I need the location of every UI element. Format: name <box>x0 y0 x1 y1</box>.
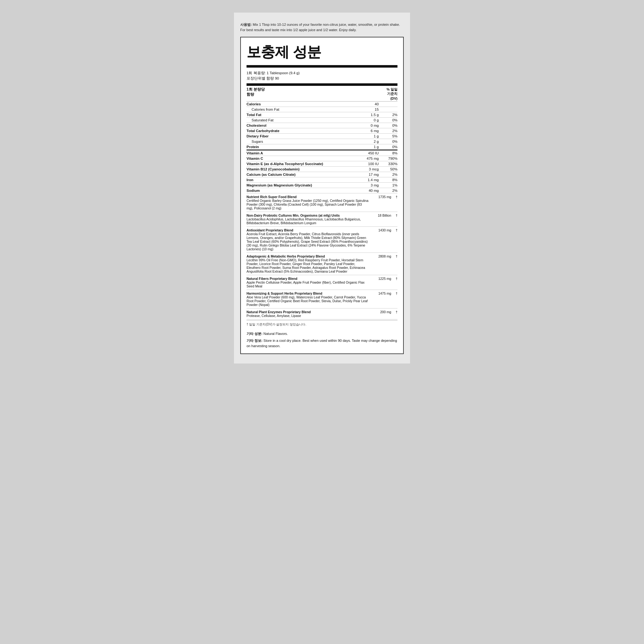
other-ingredients-label: 기타 성분: <box>247 332 263 336</box>
table-row: Saturated Fat0 g0% <box>247 117 397 123</box>
nutrient-name: Calories <box>247 102 361 107</box>
nutrient-table: Calories40Calories from Fat15Total Fat1.… <box>247 102 397 193</box>
supplement-facts-box: 보충제 성분 1회 복용량: 1 Tablespoon (9.4 g) 포장단위… <box>240 37 404 354</box>
other-ingredients-text: Natural Flavors. <box>264 332 288 336</box>
nutrient-name: Vitamin E (as d-Alpha Tocopheryl Succina… <box>247 161 361 166</box>
nutrient-dv: 2% <box>379 172 397 177</box>
blend-dv: † <box>391 275 397 290</box>
nutrient-amount: 2 g <box>361 139 379 144</box>
outer-container: 사용법: Mix 1 Tbsp into 10-12 ounces of you… <box>234 13 410 364</box>
blend-row: Natural Fibers Proprietary BlendApple Pe… <box>247 275 397 290</box>
nutrient-amount: 40 <box>361 102 379 107</box>
table-row: Sugars2 g0% <box>247 139 397 144</box>
nutrient-amount: 15 <box>361 107 379 112</box>
blend-description: Harmonizing & Support Herbs Proprietary … <box>247 290 369 308</box>
nutrient-dv: 8% <box>379 150 397 156</box>
nutrient-name: Dietary Fiber <box>247 133 361 139</box>
storage-label: 기타 정보: <box>247 339 263 342</box>
blend-amount: 1430 mg <box>369 226 391 253</box>
table-row: Dietary Fiber1 g5% <box>247 133 397 139</box>
usage-text: 사용법: Mix 1 Tbsp into 10-12 ounces of you… <box>240 22 404 32</box>
nutrient-name: Saturated Fat <box>247 117 361 123</box>
blend-description: Antioxidant Proprietary BlendAcerola Fru… <box>247 226 369 253</box>
blend-row: Non-Dairy Probiotic Cultures Min. Organi… <box>247 212 397 226</box>
blend-row: Natural Plant Enzymes Proprietary BlendP… <box>247 308 397 319</box>
header-left: 1회 분량당 함량 <box>247 87 265 101</box>
servings-per-container: 포장단위별 함량 90 <box>247 76 397 81</box>
nutrient-dv: 50% <box>379 166 397 172</box>
table-row: Calories40 <box>247 102 397 107</box>
serving-size: 1회 복용량: 1 Tablespoon (9.4 g) <box>247 71 397 75</box>
blend-row: Nutrient Rich Super Food BlendCertified … <box>247 193 397 212</box>
blend-amount: 1475 mg <box>369 290 391 308</box>
blend-description: Nutrient Rich Super Food BlendCertified … <box>247 193 369 212</box>
nutrient-name: Vitamin A <box>247 150 361 156</box>
nutrient-amount: 17 mg <box>361 172 379 177</box>
table-row: Magnesium (as Magnesium Glycinate)3 mg1% <box>247 182 397 188</box>
nutrient-dv: 0% <box>379 144 397 150</box>
nutrient-dv: 2% <box>379 112 397 117</box>
blend-row: Harmonizing & Support Herbs Proprietary … <box>247 290 397 308</box>
nutrient-amount: 1.5 g <box>361 112 379 117</box>
table-row: Sodium40 mg2% <box>247 188 397 193</box>
nutrient-dv: 790% <box>379 156 397 161</box>
nutrient-name: Sodium <box>247 188 361 193</box>
nutrient-amount: 475 mg <box>361 156 379 161</box>
nutrient-amount: 40 mg <box>361 188 379 193</box>
blend-dv: † <box>391 193 397 212</box>
nutrient-amount: 1 g <box>361 133 379 139</box>
blend-description: Natural Fibers Proprietary BlendApple Pe… <box>247 275 369 290</box>
nutrient-dv: 2% <box>379 188 397 193</box>
blend-amount: 2808 mg <box>369 253 391 275</box>
blend-amount: 1225 mg <box>369 275 391 290</box>
usage-content: Mix 1 Tbsp into 10-12 ounces of your fav… <box>240 23 400 32</box>
main-title: 보충제 성분 <box>247 42 397 68</box>
nutrient-amount: 6 mg <box>361 128 379 133</box>
nutrient-dv: 5% <box>379 133 397 139</box>
nutrient-dv: 0% <box>379 117 397 123</box>
storage-info: 기타 정보: Store in a cool dry place. Best w… <box>247 338 397 348</box>
nutrient-dv <box>379 102 397 107</box>
nutrient-name: Protein <box>247 144 361 150</box>
blend-dv: † <box>391 290 397 308</box>
nutrient-name: Total Carbohydrate <box>247 128 361 133</box>
nutrient-amount: 100 IU <box>361 161 379 166</box>
nutrient-dv: 0% <box>379 123 397 128</box>
blend-description: Natural Plant Enzymes Proprietary BlendP… <box>247 308 369 319</box>
table-row: Vitamin E (as d-Alpha Tocopheryl Succina… <box>247 161 397 166</box>
nutrient-amount: 1 g <box>361 144 379 150</box>
table-row: Cholesterol0 mg0% <box>247 123 397 128</box>
footnote: † 일일 기준치(DV)가 설정되지 않았습니다. <box>247 320 397 328</box>
header-right: % 일일 기준치 (DV) <box>386 87 397 101</box>
table-row: Vitamin C475 mg790% <box>247 156 397 161</box>
blend-dv: † <box>391 212 397 226</box>
nutrient-name: Magnesium (as Magnesium Glycinate) <box>247 182 361 188</box>
table-row: Total Fat1.5 g2% <box>247 112 397 117</box>
blend-row: Antioxidant Proprietary BlendAcerola Fru… <box>247 226 397 253</box>
storage-text: Store in a cool dry place. Best when use… <box>247 339 397 348</box>
nutrient-dv: 330% <box>379 161 397 166</box>
table-row: Calcium (as Calcium Citrate)17 mg2% <box>247 172 397 177</box>
nutrient-name: Vitamin B12 (Cyanocobalamin) <box>247 166 361 172</box>
nutrient-amount: 3 mg <box>361 182 379 188</box>
blend-description: Adaptogenic & Metabolic Herbs Proprietar… <box>247 253 369 275</box>
nutrient-name: Total Fat <box>247 112 361 117</box>
blend-dv: † <box>391 308 397 319</box>
table-row: Protein1 g0% <box>247 144 397 150</box>
nutrient-amount: 1.4 mg <box>361 177 379 182</box>
nutrient-dv: 8% <box>379 177 397 182</box>
table-row: Total Carbohydrate6 mg2% <box>247 128 397 133</box>
nutrient-dv: 2% <box>379 128 397 133</box>
blend-amount: 18 Billion <box>369 212 391 226</box>
nutrient-name: Sugars <box>247 139 361 144</box>
blend-table: Nutrient Rich Super Food BlendCertified … <box>247 193 397 319</box>
nutrient-name: Cholesterol <box>247 123 361 128</box>
nutrient-name: Calcium (as Calcium Citrate) <box>247 172 361 177</box>
nutrient-amount: 0 g <box>361 117 379 123</box>
nutrient-dv <box>379 107 397 112</box>
blend-amount: 200 mg <box>369 308 391 319</box>
blend-dv: † <box>391 226 397 253</box>
nutrient-name: Vitamin C <box>247 156 361 161</box>
nutrient-amount: 0 mg <box>361 123 379 128</box>
usage-label: 사용법: <box>240 23 252 26</box>
